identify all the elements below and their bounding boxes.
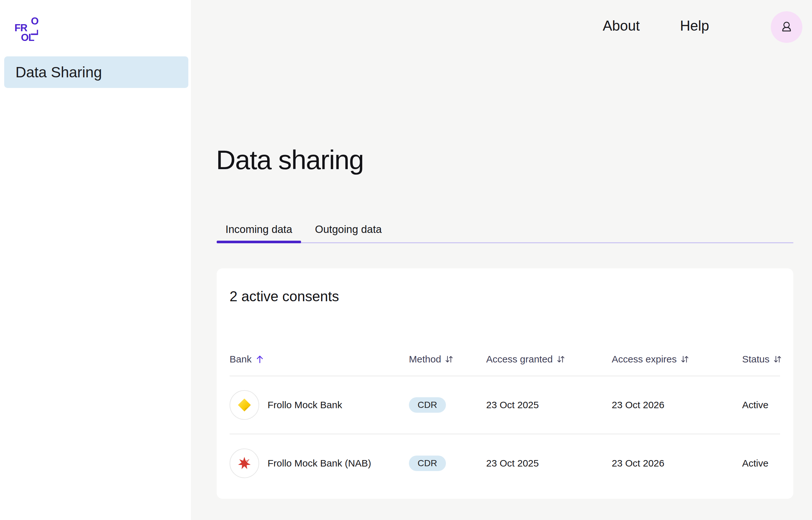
tab-incoming-label: Incoming data <box>225 223 292 235</box>
frollo-logo: FR O L OL <box>15 16 40 41</box>
active-tab-underline <box>217 241 301 243</box>
column-header-method[interactable]: Method <box>409 354 486 365</box>
tab-outgoing-label: Outgoing data <box>315 223 382 235</box>
table-row[interactable]: Frollo Mock Bank CDR 23 Oct 2025 23 Oct … <box>229 376 780 434</box>
tab-outgoing-data[interactable]: Outgoing data <box>301 218 396 241</box>
sidebar-item-data-sharing[interactable]: Data Sharing <box>4 56 188 88</box>
bank-name: Frollo Mock Bank <box>268 399 342 411</box>
user-avatar-button[interactable] <box>771 11 802 43</box>
method-cell: CDR <box>409 397 486 413</box>
column-header-access-expires[interactable]: Access expires <box>612 354 742 365</box>
consents-card: 2 active consents Bank Method Access gra… <box>217 268 793 499</box>
logo-letters-fr: FR <box>15 23 27 33</box>
tab-bar: Incoming data Outgoing data <box>217 218 396 241</box>
nav-link-help[interactable]: Help <box>680 18 709 34</box>
table-row[interactable]: Frollo Mock Bank (NAB) CDR 23 Oct 2025 2… <box>229 434 780 492</box>
table-header-row: Bank Method Access granted <box>229 344 780 376</box>
sort-both-icon <box>556 355 566 364</box>
page-title: Data sharing <box>216 144 364 176</box>
sort-both-icon <box>444 355 454 364</box>
status-cell: Active <box>742 458 780 469</box>
access-expires-cell: 23 Oct 2026 <box>612 458 742 469</box>
nav-link-about[interactable]: About <box>603 18 640 34</box>
column-header-bank-label: Bank <box>229 354 251 365</box>
person-icon <box>779 20 794 34</box>
sidebar: FR O L OL Data Sharing <box>0 0 191 520</box>
access-expires-cell: 23 Oct 2026 <box>612 399 742 411</box>
access-granted-cell: 23 Oct 2025 <box>486 399 612 411</box>
sort-ascending-icon <box>255 354 265 364</box>
method-badge: CDR <box>409 397 446 413</box>
column-header-method-label: Method <box>409 354 441 365</box>
consents-summary: 2 active consents <box>229 288 339 305</box>
bank-cell: Frollo Mock Bank <box>229 390 409 420</box>
logo-letters-ol: OL <box>21 32 34 43</box>
tab-incoming-data[interactable]: Incoming data <box>217 218 301 241</box>
nab-star-icon <box>237 456 252 471</box>
commbank-diamond-icon <box>237 397 252 412</box>
tab-track-line <box>217 242 793 243</box>
bank-cell: Frollo Mock Bank (NAB) <box>229 448 409 478</box>
column-header-status[interactable]: Status <box>742 354 782 365</box>
sort-both-icon <box>773 355 782 364</box>
column-header-status-label: Status <box>742 354 769 365</box>
bank-name: Frollo Mock Bank (NAB) <box>268 458 371 469</box>
bank-logo-circle <box>229 390 259 420</box>
logo-letter-o: O <box>31 16 38 26</box>
column-header-bank[interactable]: Bank <box>229 354 409 365</box>
column-header-access-granted[interactable]: Access granted <box>486 354 612 365</box>
status-cell: Active <box>742 399 780 411</box>
access-granted-cell: 23 Oct 2025 <box>486 458 612 469</box>
sidebar-item-label: Data Sharing <box>16 63 102 81</box>
column-header-access-expires-label: Access expires <box>612 354 677 365</box>
method-badge: CDR <box>409 456 446 471</box>
bank-logo-circle <box>229 448 259 478</box>
sort-both-icon <box>680 355 690 364</box>
column-header-access-granted-label: Access granted <box>486 354 553 365</box>
method-cell: CDR <box>409 456 486 471</box>
